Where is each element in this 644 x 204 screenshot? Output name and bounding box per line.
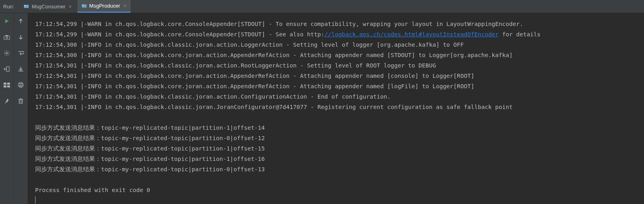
svg-rect-21 [4,85,6,87]
svg-marker-4 [5,19,9,23]
layout-icon[interactable] [3,81,11,89]
svg-point-8 [6,52,8,54]
svg-line-16 [8,51,9,51]
tab-msgconsumer[interactable]: MsgConsumer × [20,0,75,13]
close-icon[interactable]: × [123,3,127,9]
run-label: Run: [3,4,14,10]
console-output[interactable]: 17:12:54,299 |-WARN in ch.qos.logback.co… [28,13,644,204]
svg-rect-28 [18,84,23,86]
camera-icon[interactable] [3,33,11,41]
svg-rect-5 [4,36,10,40]
close-icon[interactable]: × [69,4,72,10]
scroll-to-end-icon[interactable] [17,65,25,73]
print-icon[interactable] [17,81,25,89]
svg-rect-19 [4,83,6,85]
text-cursor [35,196,36,204]
trash-icon[interactable] [17,97,25,105]
svg-rect-3 [82,5,83,6]
svg-point-6 [6,37,8,38]
run-icon[interactable] [3,17,11,25]
svg-line-14 [8,55,9,55]
settings-icon[interactable] [3,49,11,57]
pin-icon[interactable] [3,97,11,105]
console-link[interactable]: //logback.qos.ch/codes.html#layoutInstea… [325,31,499,38]
svg-rect-20 [7,83,10,85]
tab-label: MsgProducer [89,3,120,9]
app-icon [24,4,29,9]
run-toolbar-inner [14,13,28,204]
tab-label: MsgConsumer [32,4,65,10]
console-text[interactable]: 17:12:54,299 |-WARN in ch.qos.logback.co… [35,19,644,204]
arrow-down-icon[interactable] [17,33,25,41]
svg-rect-7 [6,35,8,36]
app-icon [81,3,87,9]
soft-wrap-icon[interactable] [17,49,25,57]
svg-rect-30 [19,99,22,103]
svg-line-15 [5,55,5,55]
svg-rect-1 [24,5,26,6]
tab-msgproducer[interactable]: MsgProducer × [77,0,131,13]
run-toolbar-left [0,13,14,204]
svg-rect-22 [7,85,10,87]
svg-line-13 [5,51,5,51]
exit-icon[interactable] [3,65,11,73]
arrow-up-icon[interactable] [17,17,25,25]
run-tab-bar: Run: MsgConsumer × MsgProducer × [0,0,644,13]
